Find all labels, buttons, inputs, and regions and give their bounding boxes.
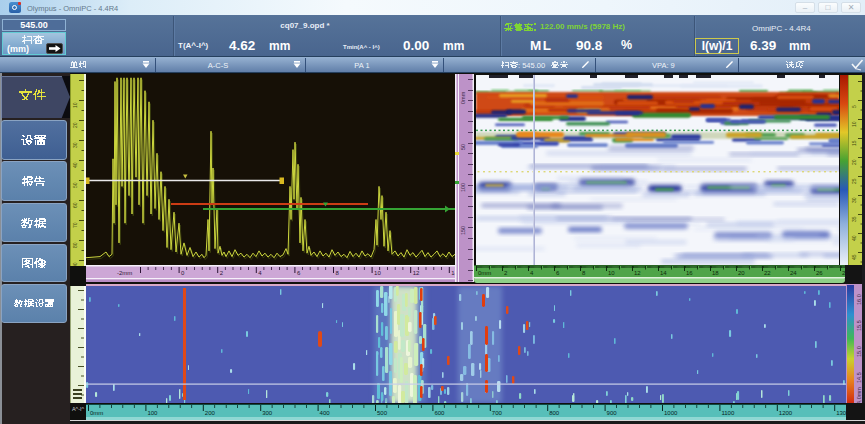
svg-text:20: 20 <box>72 122 78 128</box>
svg-text:10: 10 <box>851 121 857 127</box>
svg-text:22: 22 <box>764 270 771 276</box>
svg-text:50: 50 <box>460 144 466 150</box>
svg-text:40: 40 <box>851 235 857 241</box>
svg-text:45: 45 <box>851 254 857 260</box>
svg-text:1100: 1100 <box>721 410 735 416</box>
svg-text:1300: 1300 <box>836 410 846 416</box>
svg-text:20: 20 <box>851 159 857 165</box>
svg-text:18: 18 <box>712 270 719 276</box>
svg-text:200: 200 <box>205 410 216 416</box>
svg-text:30: 30 <box>851 197 857 203</box>
svg-text:12: 12 <box>413 270 420 276</box>
svg-text:60: 60 <box>72 202 78 208</box>
svg-text:80: 80 <box>72 242 78 248</box>
svg-text:600: 600 <box>434 410 445 416</box>
svg-text:20: 20 <box>738 270 745 276</box>
svg-text:0mm: 0mm <box>478 270 491 276</box>
svg-text:700: 700 <box>492 410 503 416</box>
svg-text:40: 40 <box>72 162 78 168</box>
svg-text:25: 25 <box>851 178 857 184</box>
svg-text:100: 100 <box>147 410 158 416</box>
svg-text:35: 35 <box>851 216 857 222</box>
svg-text:400: 400 <box>320 410 331 416</box>
svg-text:5: 5 <box>851 105 857 108</box>
svg-text:15: 15 <box>851 140 857 146</box>
svg-text:500: 500 <box>377 410 388 416</box>
svg-text:50: 50 <box>72 182 78 188</box>
svg-text:100: 100 <box>460 183 466 192</box>
svg-text:14: 14 <box>660 270 667 276</box>
svg-text:90: 90 <box>72 262 78 266</box>
svg-text:70: 70 <box>72 222 78 228</box>
svg-text:800: 800 <box>549 410 560 416</box>
svg-text:30: 30 <box>72 142 78 148</box>
svg-text:1200: 1200 <box>779 410 793 416</box>
svg-text:24: 24 <box>790 270 797 276</box>
svg-text:10: 10 <box>608 270 615 276</box>
svg-text:0mm: 0mm <box>90 410 103 416</box>
svg-text:150: 150 <box>460 226 466 235</box>
svg-text:16: 16 <box>686 270 693 276</box>
svg-text:300: 300 <box>262 410 273 416</box>
svg-text:10: 10 <box>374 270 381 276</box>
svg-text:10: 10 <box>72 102 78 108</box>
svg-text:900: 900 <box>607 410 618 416</box>
svg-text:12: 12 <box>634 270 641 276</box>
svg-text:26: 26 <box>816 270 823 276</box>
svg-text:0mm: 0mm <box>460 91 466 104</box>
svg-text:-2mm: -2mm <box>117 270 132 276</box>
svg-text:1000: 1000 <box>664 410 678 416</box>
